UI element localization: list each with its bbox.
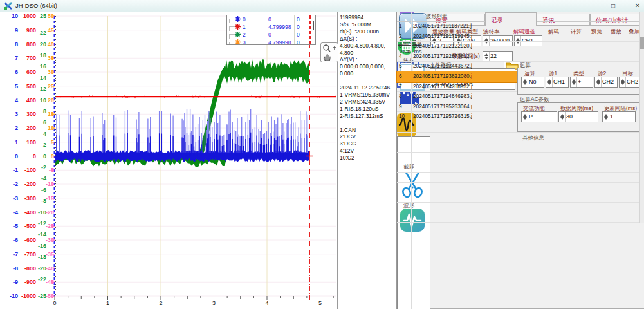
y-axis-orange-tick: -50: [0, 293, 54, 299]
operation-dest-spinner[interactable]: CH2: [619, 77, 642, 88]
legend-value: 0: [268, 31, 271, 39]
legend-marker-icon: [235, 32, 241, 37]
y-axis-orange-tick: 35: [0, 55, 54, 61]
y-axis-orange-tick: -35: [0, 251, 54, 258]
measurement-panel: 11999994 S/S :5.000M dt(S) :200.000n ΔX(…: [338, 12, 397, 309]
trace-legend[interactable]: 00014.799998020034.7999980: [226, 15, 316, 45]
ac-param-period-spinner-value: 30: [566, 113, 573, 120]
ac-param-interval-spinner-arrows[interactable]: [603, 112, 609, 122]
operation-src1-spinner-arrows[interactable]: [547, 77, 553, 87]
operation-op-spinner[interactable]: No: [521, 77, 544, 88]
legend-value: 0: [268, 15, 271, 23]
operation-op-spinner-arrows[interactable]: [522, 77, 528, 87]
legend-separator: [294, 15, 295, 44]
legend-value-2: 0: [297, 39, 300, 45]
x-axis-tick: 1: [104, 300, 113, 306]
chart-area[interactable]: 109876543210-1-2-3-4-5-6-7-8-9-101000900…: [0, 12, 338, 309]
legend-separator: [266, 15, 266, 44]
app-window: JH-DSO (64bit) — □ ✕ 109876543210-1-2-3-…: [0, 0, 644, 309]
y-axis-green-tick: 14: [0, 75, 46, 81]
y-axis-orange-tick: -45: [0, 279, 54, 285]
operation-dest-spinner-arrows[interactable]: [620, 77, 626, 87]
close-button[interactable]: ✕: [628, 1, 644, 11]
legend-value: 4.799998: [268, 23, 291, 31]
operation-src1-spinner-value: CH1: [553, 79, 565, 85]
legend-marker-icon: [235, 24, 241, 30]
y-axis-orange-tick: -40: [0, 265, 54, 272]
legend-row[interactable]: 200: [227, 31, 315, 39]
legend-scrollbar[interactable]: [313, 21, 314, 30]
y-axis-orange-tick: 10: [0, 125, 54, 131]
operation-type-spinner-value: +: [578, 79, 581, 85]
window-title: JH-DSO (64bit): [15, 2, 57, 9]
legend-row[interactable]: 000: [227, 15, 315, 23]
x-axis-tick: 0: [50, 300, 59, 306]
waveform-list-row[interactable]: [397, 162, 483, 173]
app-icon: [4, 1, 13, 10]
operation-src2-spinner-arrows[interactable]: [596, 77, 602, 87]
legend-tree-line: [229, 42, 235, 45]
ac-param-interval-spinner-value: 1: [610, 113, 613, 120]
x-axis-tick: 3: [210, 300, 219, 306]
waveform-list-row[interactable]: [397, 202, 483, 213]
legend-index: 1: [243, 23, 246, 31]
legend-index: 0: [243, 15, 246, 23]
legend-row[interactable]: 34.7999980: [227, 39, 315, 45]
y-axis-orange-tick: -30: [0, 237, 54, 243]
waveform-list-row[interactable]: [397, 182, 483, 193]
waveform-list-row[interactable]: [397, 172, 483, 183]
y-axis-orange-tick: 5: [0, 139, 54, 145]
control-panel: 上翻8通道 2640 ms 状态 截屏 波形 设置记录通讯: [397, 12, 644, 309]
ac-param-period-spinner-arrows[interactable]: [560, 112, 566, 122]
measurement-readout: 11999994 S/S :5.000M dt(S) :200.000n ΔX(…: [338, 12, 396, 162]
y-axis-orange-tick: -25: [0, 223, 54, 229]
ac-param-function-spinner[interactable]: P: [521, 111, 557, 122]
ac-param-function-spinner-value: P: [529, 113, 533, 120]
operation-type-spinner-arrows[interactable]: [571, 77, 577, 87]
zoom-in-icon[interactable]: [322, 44, 337, 53]
y-axis-orange-tick: 40: [0, 41, 54, 48]
legend-marker-icon: [235, 39, 241, 45]
maximize-button[interactable]: □: [603, 1, 623, 11]
ac-param-interval-spinner[interactable]: 1: [602, 111, 636, 122]
x-axis-tick: 2: [156, 300, 165, 306]
ac-param-function-spinner-arrows[interactable]: [522, 112, 528, 122]
waveform-list-row[interactable]: [397, 142, 483, 153]
y-axis-orange-tick: 0: [0, 153, 54, 160]
y-axis-green-tick: -16: [0, 243, 46, 249]
waveform-list-row[interactable]: [397, 152, 483, 163]
waveform-list-row[interactable]: [397, 192, 483, 203]
x-axis-tick: 5: [316, 300, 325, 306]
y-axis-orange-tick: 20: [0, 97, 54, 104]
tab-record[interactable]: 记录: [485, 12, 537, 26]
y-axis-orange-tick: -20: [0, 209, 54, 216]
legend-index: 3: [243, 39, 246, 45]
title-bar: JH-DSO (64bit) — □ ✕: [0, 0, 644, 12]
legend-index: 2: [243, 31, 246, 39]
chart-tools[interactable]: [320, 42, 338, 62]
legend-cursor-overlay: [309, 15, 311, 44]
waveform-list-row[interactable]: [397, 212, 483, 223]
legend-marker-icon: [235, 16, 241, 22]
y-axis-orange-tick: 25: [0, 83, 54, 89]
pan-hand-icon[interactable]: [323, 53, 332, 61]
x-axis-tick: 4: [262, 300, 271, 306]
operation-op-spinner-value: No: [529, 79, 537, 85]
y-axis-green-tick: -6: [0, 187, 46, 193]
y-axis-orange-tick: 50: [0, 13, 54, 19]
y-axis-orange-tick: -10: [0, 181, 54, 187]
minimize-button[interactable]: —: [579, 1, 598, 11]
operation-src1-spinner[interactable]: CH1: [546, 77, 569, 88]
operation-src2-spinner[interactable]: CH2: [594, 77, 618, 88]
legend-value-2: 0: [297, 15, 300, 23]
y-axis-orange-tick: 30: [0, 69, 54, 75]
operation-src2-spinner-value: CH2: [602, 79, 614, 85]
legend-tree-line: [229, 34, 235, 39]
legend-value: 4.799998: [268, 39, 291, 45]
legend-row[interactable]: 14.7999980: [227, 23, 315, 31]
legend-value-2: 0: [297, 23, 300, 31]
ac-param-period-spinner[interactable]: 30: [558, 111, 598, 122]
operation-type-spinner[interactable]: +: [570, 77, 593, 88]
y-axis-orange-tick: 45: [0, 27, 54, 33]
legend-tree-line: [229, 26, 235, 31]
